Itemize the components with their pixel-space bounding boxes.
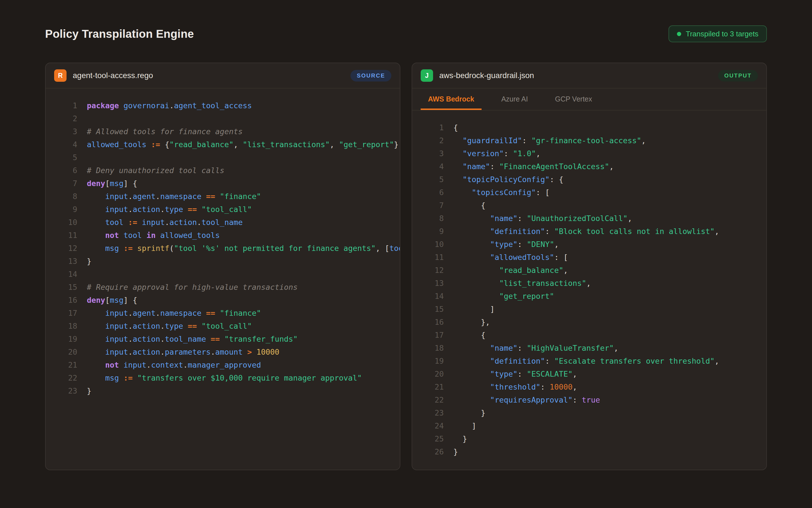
code-line-content: msg := "transfers over $10,000 require m… [77,372,400,384]
code-line: 3 "version": "1.0", [412,147,766,160]
code-line-content: deny[msg] { [77,294,400,307]
code-line: 9 "definition": "Block tool calls not in… [412,225,766,238]
source-filename: agent-tool-access.rego [73,71,153,80]
status-badge: Transpiled to 3 targets [669,26,767,42]
line-number: 10 [46,216,77,229]
code-line-content: "definition": "Escalate transfers over t… [444,355,766,368]
line-number: 21 [412,381,444,393]
line-number: 16 [412,316,444,329]
code-line-content: } [77,384,400,397]
code-line-content: input.action.type == "tool_call" [77,320,400,333]
code-line: 21 not input.context.manager_approved [46,358,400,372]
code-line-content [77,268,400,281]
line-number: 16 [46,294,77,307]
line-number: 18 [412,342,444,355]
line-number: 3 [46,125,77,138]
page-title: Policy Transpilation Engine [45,28,194,40]
code-line: 19 input.action.tool_name == "transfer_f… [46,333,400,346]
code-line: 5 "topicPolicyConfig": { [412,173,766,186]
line-number: 10 [412,238,444,251]
code-line-content: "threshold": 10000, [444,381,766,393]
line-number: 14 [46,268,77,281]
line-number: 7 [46,177,77,190]
code-line-content: ] [444,420,766,432]
tab-azure-ai[interactable]: Azure AI [494,88,536,110]
line-number: 13 [412,277,444,290]
line-number: 26 [412,446,444,458]
code-line: 13 "list_transactions", [412,277,766,290]
code-line: 3# Allowed tools for finance agents [46,125,400,138]
code-line-content: "read_balance", [444,264,766,277]
line-number: 4 [46,138,77,151]
code-line-content: "type": "ESCALATE", [444,368,766,381]
code-line: 10 tool := input.action.tool_name [46,216,400,229]
line-number: 14 [412,290,444,303]
code-line-content [77,112,400,125]
tab-gcp-vertex[interactable]: GCP Vertex [548,88,599,110]
line-number: 6 [412,186,444,199]
output-panel-header: J aws-bedrock-guardrail.json OUTPUT [412,63,766,88]
code-line: 1package governorai.agent_tool_access [46,99,400,112]
code-line-content: "guardrailId": "gr-finance-tool-access", [444,134,766,147]
code-line: 17 { [412,329,766,342]
code-line: 10 "type": "DENY", [412,238,766,251]
code-line-content: } [77,255,400,268]
code-line-content: # Allowed tools for finance agents [77,125,400,138]
line-number: 23 [46,384,77,397]
code-line-content: "name": "FinanceAgentToolAccess", [444,160,766,173]
code-line-content: input.action.tool_name == "transfer_fund… [77,333,400,346]
line-number: 5 [412,173,444,186]
line-number: 19 [46,333,77,346]
code-line: 12 "read_balance", [412,264,766,277]
source-code-editor[interactable]: 1package governorai.agent_tool_access23#… [46,88,400,470]
code-line-content: } [444,446,766,458]
line-number: 8 [412,212,444,225]
code-line: 5 [46,151,400,164]
line-number: 21 [46,358,77,372]
line-number: 8 [46,190,77,203]
code-line-content: }, [444,316,766,329]
code-line: 4allowed_tools := {"read_balance", "list… [46,138,400,151]
code-line: 7deny[msg] { [46,177,400,190]
code-line-content: not tool in allowed_tools [77,229,400,242]
code-line-content: } [444,407,766,420]
code-line: 15# Require approval for high-value tran… [46,281,400,294]
source-badge: SOURCE [350,70,391,81]
line-number: 15 [412,303,444,316]
code-line: 18 "name": "HighValueTransfer", [412,342,766,355]
code-line-content: ] [444,303,766,316]
code-line-content [77,151,400,164]
line-number: 18 [46,320,77,333]
code-line: 18 input.action.type == "tool_call" [46,320,400,333]
code-line-content: "get_report" [444,290,766,303]
line-number: 17 [46,307,77,320]
code-line-content: { [444,199,766,212]
line-number: 7 [412,199,444,212]
code-line: 11 not tool in allowed_tools [46,229,400,242]
output-code-viewer[interactable]: 1{2 "guardrailId": "gr-finance-tool-acce… [412,111,766,470]
code-line-content: input.action.type == "tool_call" [77,203,400,216]
code-line-content: "version": "1.0", [444,147,766,160]
line-number: 9 [46,203,77,216]
code-line: 20 input.action.parameters.amount > 1000… [46,346,400,358]
code-line: 16deny[msg] { [46,294,400,307]
line-number: 5 [46,151,77,164]
code-line: 6# Deny unauthorized tool calls [46,164,400,177]
code-line-content: "topicPolicyConfig": { [444,173,766,186]
code-line-content: input.action.parameters.amount > 10000 [77,346,400,358]
code-line: 4 "name": "FinanceAgentToolAccess", [412,160,766,173]
code-line-content: # Deny unauthorized tool calls [77,164,400,177]
line-number: 24 [412,420,444,432]
code-line: 2 [46,112,400,125]
code-line: 8 "name": "UnauthorizedToolCall", [412,212,766,225]
code-line: 11 "allowedTools": [ [412,251,766,264]
line-number: 25 [412,432,444,446]
code-line-content: not input.context.manager_approved [77,358,400,372]
line-number: 3 [412,147,444,160]
code-line-content: package governorai.agent_tool_access [77,99,400,112]
tab-aws-bedrock[interactable]: AWS Bedrock [421,88,481,110]
code-line: 9 input.action.type == "tool_call" [46,203,400,216]
line-number: 12 [46,242,77,255]
code-line: 16 }, [412,316,766,329]
code-line-content: msg := sprintf("tool '%s' not permitted … [77,242,400,255]
